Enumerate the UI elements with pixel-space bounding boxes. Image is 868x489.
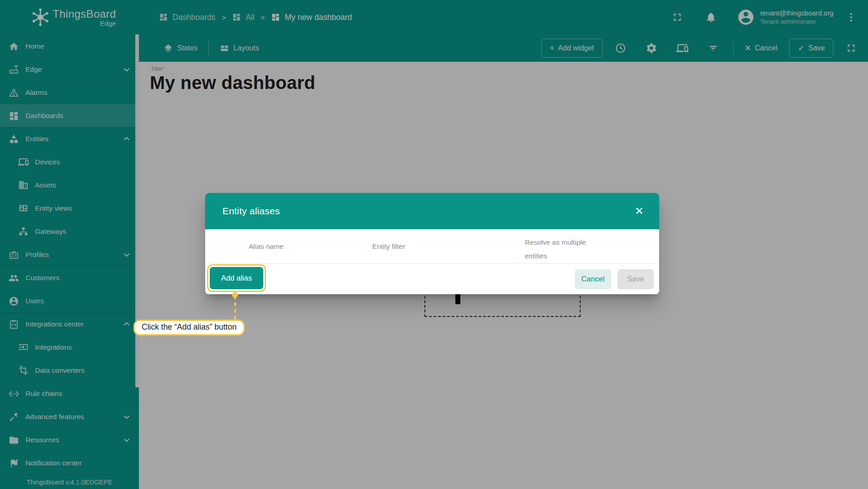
entity-aliases-dialog: Entity aliases ✕ Alias name Entity filte…: [205, 193, 659, 294]
coach-tooltip: Click the “Add alias” button: [133, 320, 245, 336]
dialog-close-icon[interactable]: ✕: [633, 204, 646, 218]
column-entity-filter: Entity filter: [372, 242, 405, 251]
add-alias-button[interactable]: Add alias: [210, 267, 263, 289]
dialog-cancel-button[interactable]: Cancel: [575, 269, 611, 289]
dialog-title: Entity aliases: [222, 206, 280, 217]
dialog-header: Entity aliases ✕: [205, 193, 659, 229]
alias-table-header: Alias name Entity filter Resolve as mult…: [205, 229, 659, 264]
column-alias-name: Alias name: [249, 242, 284, 251]
dialog-save-button[interactable]: Save: [617, 269, 654, 289]
coach-highlight-ring: Add alias: [207, 264, 266, 292]
app-screen: ThingsBoard Edge Home: [0, 0, 868, 489]
column-resolve-multiple: Resolve as multiple entities: [525, 236, 586, 263]
coach-connector-line: [234, 296, 236, 321]
dialog-footer: Cancel Save: [205, 264, 659, 294]
